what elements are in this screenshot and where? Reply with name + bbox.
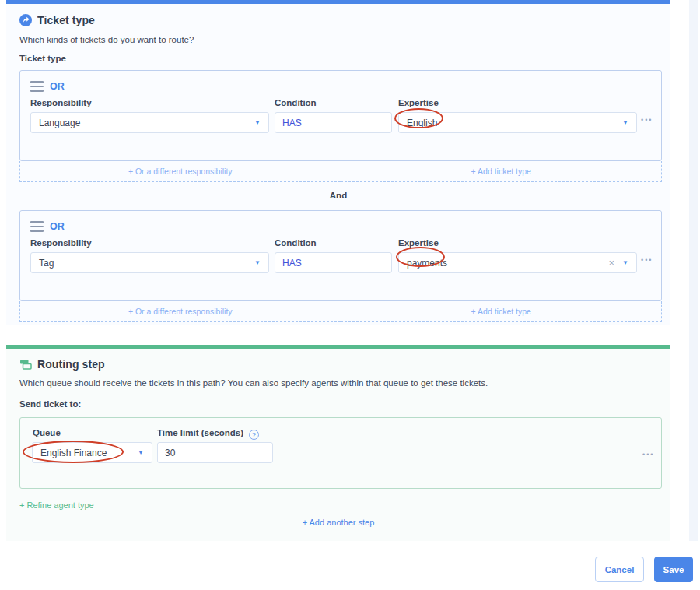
expertise-value: English <box>407 118 437 128</box>
queue-step-box: Queue Time limit (seconds)? English Fina… <box>19 417 662 489</box>
chevron-down-icon: ▼ <box>622 260 628 266</box>
add-ticket-type-button[interactable]: + Add ticket type <box>341 161 663 182</box>
routing-step-card: Routing step Which queue should receive … <box>6 345 670 541</box>
expertise-label: Expertise <box>398 238 439 248</box>
responsibility-value: Language <box>39 118 80 128</box>
responsibility-label: Responsibility <box>30 238 92 248</box>
routing-icon <box>19 358 32 371</box>
section-label: Ticket type <box>19 54 66 63</box>
card-title: Ticket type <box>37 14 95 26</box>
and-connector-label: And <box>6 191 670 200</box>
expertise-label: Expertise <box>398 98 439 107</box>
or-label: OR <box>50 81 65 92</box>
condition-group-box: OR Responsibility Condition Expertise Ta… <box>19 210 662 301</box>
queue-label: Queue <box>33 428 61 437</box>
responsibility-value: Tag <box>39 258 54 269</box>
scrollbar-track[interactable] <box>689 0 698 541</box>
responsibility-label: Responsibility <box>30 98 92 107</box>
queue-select[interactable]: English Finance ▼ <box>32 442 152 463</box>
group-footer: + Or a different responsibility + Add ti… <box>19 301 662 322</box>
drag-handle-icon[interactable] <box>30 221 44 232</box>
section-label: Send ticket to: <box>19 399 81 409</box>
condition-group-box: OR Responsibility Condition Expertise La… <box>19 70 662 161</box>
chevron-down-icon: ▼ <box>622 120 628 126</box>
or-row: OR <box>30 81 65 92</box>
drag-handle-icon[interactable] <box>30 81 44 92</box>
forward-circle-icon <box>19 14 32 26</box>
refine-agent-type-button[interactable]: + Refine agent type <box>19 500 94 510</box>
condition-label: Condition <box>275 238 317 248</box>
group-footer: + Or a different responsibility + Add ti… <box>19 161 662 182</box>
add-ticket-type-button[interactable]: + Add ticket type <box>341 301 663 322</box>
card-title: Routing step <box>37 358 105 371</box>
responsibility-select[interactable]: Language ▼ <box>30 112 269 133</box>
condition-input[interactable] <box>275 252 392 273</box>
clear-icon[interactable]: × <box>608 257 614 269</box>
routing-rule-editor: Ticket type Which kinds of tickets do yo… <box>0 0 700 590</box>
chevron-down-icon: ▼ <box>138 450 144 456</box>
queue-value: English Finance <box>40 448 107 458</box>
card-description: Which kinds of tickets do you want to ro… <box>19 35 194 44</box>
help-icon[interactable]: ? <box>249 430 259 440</box>
time-limit-input[interactable] <box>157 442 273 463</box>
card-description: Which queue should receive the tickets i… <box>19 378 488 388</box>
condition-group-1: OR Responsibility Condition Expertise La… <box>19 70 662 161</box>
expertise-select[interactable]: English ▼ <box>398 112 637 133</box>
condition-label: Condition <box>275 98 317 107</box>
add-another-step-button[interactable]: + Add another step <box>6 518 670 527</box>
routing-step-header: Routing step <box>19 358 105 371</box>
ticket-type-card: Ticket type Which kinds of tickets do yo… <box>6 0 670 325</box>
ticket-type-header: Ticket type <box>19 14 95 26</box>
more-options-icon[interactable]: ••• <box>641 256 653 264</box>
or-label: OR <box>50 221 65 232</box>
expertise-value: payments <box>407 258 447 269</box>
or-different-responsibility-button[interactable]: + Or a different responsibility <box>19 161 341 182</box>
condition-input[interactable] <box>275 112 392 133</box>
chevron-down-icon: ▼ <box>254 260 261 266</box>
save-button[interactable]: Save <box>654 557 693 582</box>
more-options-icon[interactable]: ••• <box>641 116 653 124</box>
or-row: OR <box>30 221 65 232</box>
responsibility-select[interactable]: Tag ▼ <box>30 252 269 273</box>
condition-group-2: OR Responsibility Condition Expertise Ta… <box>19 210 662 301</box>
time-limit-label: Time limit (seconds)? <box>157 428 259 440</box>
expertise-select[interactable]: payments × ▼ <box>398 252 637 273</box>
or-different-responsibility-button[interactable]: + Or a different responsibility <box>19 301 341 322</box>
cancel-button[interactable]: Cancel <box>595 557 644 582</box>
more-options-icon[interactable]: ••• <box>642 451 654 458</box>
chevron-down-icon: ▼ <box>254 120 261 126</box>
